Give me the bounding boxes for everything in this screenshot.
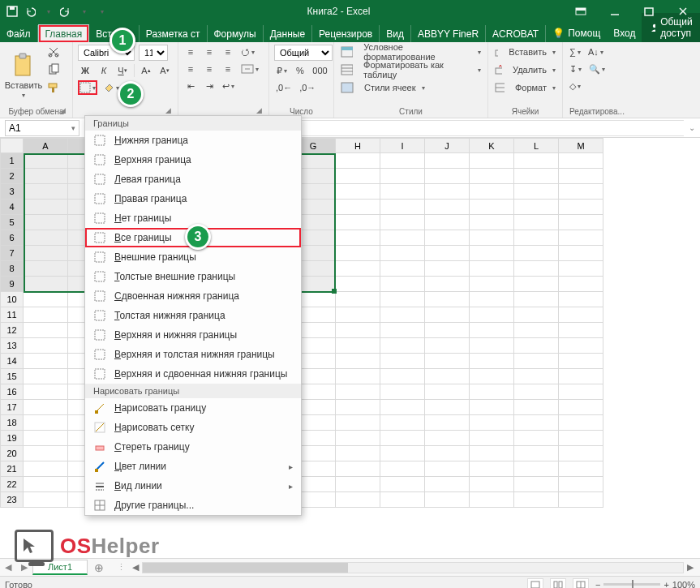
cell[interactable]	[559, 261, 603, 277]
cell[interactable]	[514, 230, 559, 246]
row-header[interactable]: 3	[1, 184, 24, 200]
tab-home[interactable]: Главная	[38, 24, 90, 42]
cell[interactable]	[425, 384, 470, 400]
percent-icon[interactable]: %	[293, 63, 307, 78]
cell[interactable]	[514, 354, 559, 369]
menu-item[interactable]: Верхняя и толстая нижняя границы	[85, 345, 301, 364]
cell[interactable]	[470, 323, 514, 338]
cell[interactable]	[559, 431, 603, 446]
cell[interactable]	[336, 369, 380, 384]
cell[interactable]	[24, 277, 68, 292]
cell[interactable]	[559, 384, 603, 400]
cell[interactable]	[380, 354, 425, 369]
cell[interactable]	[514, 415, 559, 431]
menu-item[interactable]: Сдвоенная нижняя граница	[85, 286, 301, 306]
italic-button[interactable]: К	[97, 63, 111, 78]
menu-item[interactable]: Внешние границы	[85, 247, 301, 267]
cell[interactable]	[514, 277, 559, 292]
cell[interactable]	[514, 384, 559, 400]
tab-file[interactable]: Файл	[0, 25, 38, 42]
tab-layout[interactable]: Разметка ст	[140, 25, 208, 42]
cell[interactable]	[559, 246, 603, 261]
row-header[interactable]: 21	[1, 461, 24, 477]
cell[interactable]	[336, 354, 380, 369]
row-header[interactable]: 22	[1, 477, 24, 492]
cell[interactable]	[336, 215, 380, 230]
clipboard-dialog-icon[interactable]: ◢	[58, 106, 67, 116]
cell[interactable]	[514, 169, 559, 184]
cell[interactable]	[514, 477, 559, 492]
cell[interactable]	[559, 292, 603, 307]
find-button[interactable]: 🔍	[587, 62, 607, 76]
tab-formulas[interactable]: Формулы	[208, 25, 264, 42]
tab-view[interactable]: Вид	[380, 25, 411, 42]
redo-icon[interactable]	[60, 6, 71, 17]
view-normal-icon[interactable]	[527, 578, 543, 589]
cell[interactable]	[24, 400, 68, 415]
tab-acrobat[interactable]: ACROBAT	[486, 25, 546, 42]
col-header[interactable]: A	[24, 139, 68, 153]
cell[interactable]	[470, 169, 514, 184]
clear-button[interactable]: ◇	[568, 79, 582, 93]
cell[interactable]	[514, 292, 559, 307]
cell[interactable]	[470, 369, 514, 384]
cell[interactable]	[24, 323, 68, 338]
cell[interactable]	[514, 246, 559, 261]
menu-item[interactable]: Нижняя граница	[85, 131, 301, 150]
cell[interactable]	[514, 492, 559, 508]
menu-item[interactable]: Другие границы...	[85, 496, 301, 515]
cell[interactable]	[470, 446, 514, 461]
cell[interactable]	[425, 292, 470, 307]
cell[interactable]	[470, 492, 514, 508]
cell[interactable]	[24, 446, 68, 461]
row-header[interactable]: 11	[1, 307, 24, 323]
hscroll-track[interactable]	[142, 562, 684, 573]
cell[interactable]	[336, 169, 380, 184]
cell[interactable]	[559, 369, 603, 384]
cell[interactable]	[380, 492, 425, 508]
cell[interactable]	[24, 153, 68, 169]
row-header[interactable]: 19	[1, 431, 24, 446]
cell[interactable]	[380, 184, 425, 200]
cell[interactable]	[559, 169, 603, 184]
cut-icon[interactable]	[45, 45, 62, 59]
cell[interactable]	[336, 492, 380, 508]
shrink-font-button[interactable]: A▾	[157, 63, 172, 78]
cell[interactable]	[425, 169, 470, 184]
row-header[interactable]: 13	[1, 338, 24, 354]
cell[interactable]	[380, 307, 425, 323]
cell[interactable]	[336, 277, 380, 292]
cell[interactable]	[336, 184, 380, 200]
tab-review[interactable]: Рецензиров	[312, 25, 380, 42]
format-as-table-button[interactable]: Форматировать как таблицу	[339, 62, 483, 77]
cell[interactable]	[425, 215, 470, 230]
indent-decrease-icon[interactable]: ⇤	[183, 79, 198, 93]
cell[interactable]	[380, 246, 425, 261]
ribbon-display-icon[interactable]	[564, 0, 598, 23]
cell[interactable]	[470, 230, 514, 246]
cell[interactable]	[425, 261, 470, 277]
cell[interactable]	[24, 169, 68, 184]
cell[interactable]	[559, 338, 603, 354]
cell[interactable]	[559, 230, 603, 246]
account-login[interactable]: Вход	[607, 24, 642, 42]
cell[interactable]	[24, 461, 68, 477]
hscroll-right-icon[interactable]: ▶	[684, 562, 697, 573]
insert-cells-button[interactable]: + Вставить	[493, 45, 557, 59]
cell[interactable]	[425, 354, 470, 369]
cell[interactable]	[380, 169, 425, 184]
cell[interactable]	[470, 400, 514, 415]
cell[interactable]	[470, 215, 514, 230]
qat-customize-icon[interactable]	[96, 6, 107, 17]
paste-button[interactable]: Вставить ▾	[5, 45, 42, 106]
select-all-corner[interactable]	[1, 139, 24, 153]
cell[interactable]	[425, 230, 470, 246]
cell[interactable]	[24, 292, 68, 307]
sort-filter-button[interactable]: A↓	[586, 45, 605, 59]
col-header[interactable]: M	[559, 139, 603, 153]
cell[interactable]	[425, 477, 470, 492]
cell[interactable]	[336, 431, 380, 446]
cell[interactable]	[336, 307, 380, 323]
cell[interactable]	[425, 492, 470, 508]
cell[interactable]	[425, 184, 470, 200]
